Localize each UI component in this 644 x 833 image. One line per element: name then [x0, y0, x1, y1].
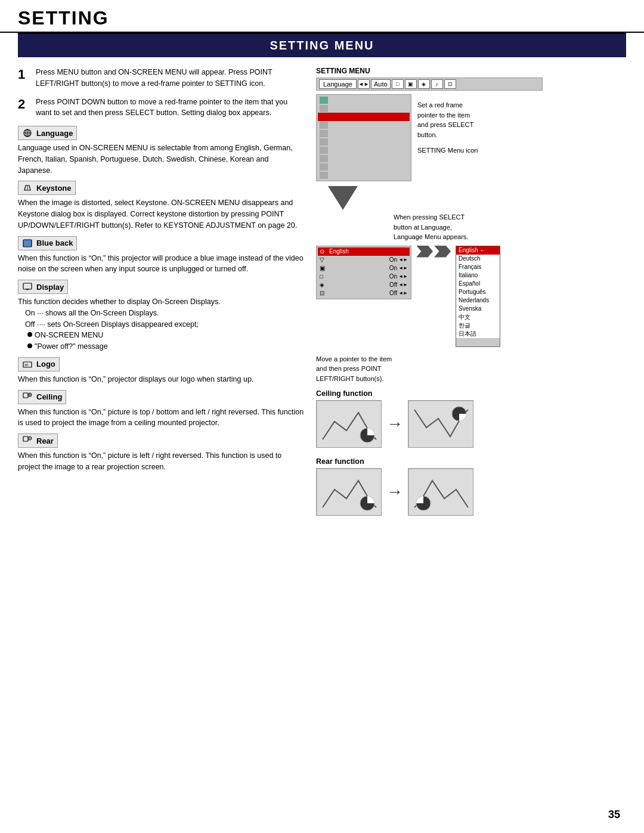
display-bullet-text-2: "Power off?" message	[35, 341, 108, 352]
feature-display-header: Display	[18, 280, 68, 294]
globe-icon	[22, 128, 33, 138]
menu-icon-1: □	[392, 79, 404, 89]
section-title: SETTING MENU	[270, 39, 374, 52]
ui-icon-5	[320, 138, 328, 145]
ui-icon-4	[320, 130, 328, 137]
bold-right-arrow-2	[434, 246, 451, 258]
feature-logo-text: When this function is “On,” projector di…	[18, 374, 304, 385]
ui-icon-3	[320, 122, 328, 129]
feature-ceiling: Ceiling When this function is “On,” pict…	[18, 390, 304, 429]
step-2-text: Press POINT DOWN button to move a red-fr…	[36, 97, 304, 119]
english-row-main: ⊙ English	[318, 247, 410, 256]
bold-right-arrow	[416, 246, 433, 258]
feature-display-title: Display	[36, 283, 64, 292]
english-panel: ⊙ English ▽ On◄► ▣ On◄► □ On◄► ◈ Off◄►	[316, 246, 411, 299]
ui-icon-0	[320, 97, 328, 104]
set-red-frame-annotation: Set a red framepointer to the itemand pr…	[417, 100, 478, 140]
select-language-annotation: When pressing SELECTbutton at Language,L…	[394, 212, 626, 242]
feature-blueback-header: Blue back	[18, 236, 77, 250]
ceiling-before-box	[316, 400, 382, 448]
english-on-3: On◄►	[389, 273, 408, 280]
english-on-2: On◄►	[389, 265, 408, 271]
svg-text:30: 30	[24, 363, 29, 367]
english-off-1: Off◄►	[389, 281, 408, 288]
english-row-3: □ On◄►	[318, 272, 410, 281]
display-icon	[22, 281, 33, 292]
rear-after-svg	[408, 469, 473, 516]
display-text-1: This function decides whether to display…	[18, 298, 221, 306]
feature-logo-title: Logo	[36, 360, 55, 368]
english-current-label: ⊙	[320, 248, 324, 255]
ceiling-func-row: →	[316, 400, 626, 448]
language-dropdown: English ← Deutsch Français Italiano Espa…	[456, 246, 500, 347]
ui-row-5	[318, 138, 410, 146]
lang-item-svenska: Svenska	[456, 305, 500, 313]
feature-logo: 30 Logo When this function is “On,” proj…	[18, 357, 304, 385]
feature-logo-header: 30 Logo	[18, 357, 60, 371]
display-bullet-2: "Power off?" message	[27, 341, 304, 352]
rear-function-label: Rear function	[316, 457, 626, 466]
page-title-bar: SETTING	[0, 0, 644, 33]
on-select-language-text: When pressing SELECTbutton at Language,L…	[394, 213, 468, 240]
feature-language: Language Language used in ON-SCREEN MENU…	[18, 126, 304, 176]
english-row-4: ◈ Off◄►	[318, 281, 410, 289]
menu-tab-language: Language	[319, 79, 357, 89]
page-title: SETTING	[18, 7, 109, 29]
ui-row-2-selected	[318, 113, 410, 121]
ui-icon-6	[320, 147, 328, 154]
feature-keystone: Keystone When the image is distorted, se…	[18, 181, 304, 231]
lang-item-italiano: Italiano	[456, 271, 500, 280]
right-column: SETTING MENU Language ◄► Auto □ ▣ ◈ ♪ ⊡	[316, 67, 626, 525]
feature-language-header: Language	[18, 126, 77, 140]
down-arrow-area	[328, 186, 626, 210]
step-2: 2 Press POINT DOWN button to move a red-…	[18, 97, 304, 119]
step-1-text: Press MENU button and ON-SCREEN MENU wil…	[36, 67, 304, 89]
menu-icon-3: ◈	[418, 79, 430, 89]
rear-after-box	[408, 468, 473, 516]
english-on-1: On◄►	[389, 256, 408, 263]
menu-icon-5: ⊡	[444, 79, 456, 89]
step-2-number: 2	[18, 97, 30, 119]
setting-menu-label: SETTING MENU	[316, 67, 626, 75]
lang-panel-footer	[456, 338, 500, 346]
english-area: ⊙ English ▽ On◄► ▣ On◄► □ On◄► ◈ Off◄►	[316, 246, 626, 347]
ui-icon-9	[320, 172, 328, 179]
english-row-2: ▣ On◄►	[318, 264, 410, 272]
ui-row-0	[318, 96, 410, 104]
feature-blueback: Blue back When this function is “On,” th…	[18, 236, 304, 275]
feature-ceiling-title: Ceiling	[36, 392, 62, 401]
ui-row-8	[318, 163, 410, 171]
english-icon-1: ▽	[320, 256, 324, 263]
feature-rear: Rear When this function is “On,” picture…	[18, 433, 304, 473]
display-bullet-text-1: ON-SCREEN MENU	[35, 330, 103, 341]
ui-row-7	[318, 154, 410, 163]
section-header: SETTING MENU	[18, 34, 626, 57]
display-bullet-1: ON-SCREEN MENU	[27, 330, 304, 341]
blueback-icon	[22, 238, 33, 249]
content-area: 1 Press MENU button and ON-SCREEN MENU w…	[18, 57, 626, 525]
left-column: 1 Press MENU button and ON-SCREEN MENU w…	[18, 67, 304, 525]
svg-rect-22	[408, 469, 473, 516]
english-icon-2: ▣	[320, 265, 325, 271]
rear-arrow: →	[386, 482, 403, 501]
ceiling-after-box	[408, 400, 473, 448]
move-pointer-annotation: Move a pointer to the itemand then press…	[316, 354, 626, 384]
menu-auto: Auto	[371, 79, 391, 89]
setting-menu-icon-annotation: SETTING Menu icon	[417, 145, 478, 156]
page-number: 35	[608, 809, 620, 821]
menu-icon-2: ▣	[405, 79, 417, 89]
ui-area-top: Set a red framepointer to the itemand pr…	[316, 94, 626, 181]
annotations-top: Set a red framepointer to the itemand pr…	[417, 94, 478, 156]
ui-panel-wrapper	[316, 94, 411, 181]
ceiling-function-label: Ceiling function	[316, 389, 626, 398]
step-1-number: 1	[18, 67, 30, 89]
feature-rear-header: Rear	[18, 433, 58, 448]
down-arrow-graphic	[328, 186, 358, 210]
feature-keystone-title: Keystone	[36, 184, 72, 193]
ui-icon-1	[320, 105, 328, 112]
lang-item-portugues: Português	[456, 288, 500, 296]
ui-row-4	[318, 129, 410, 138]
rear-icon	[22, 435, 33, 446]
svg-rect-7	[23, 283, 32, 289]
function-diagrams: Ceiling function →	[316, 389, 626, 516]
